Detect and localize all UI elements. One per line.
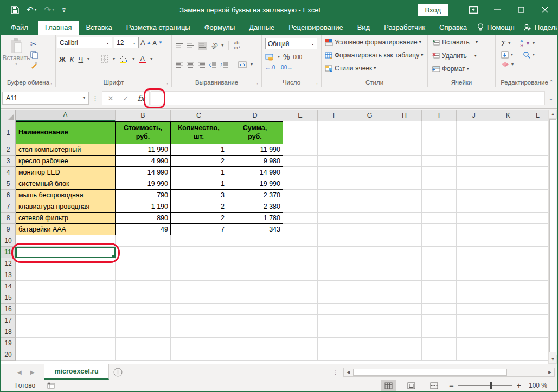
cell-G5[interactable]	[352, 178, 387, 190]
cell-G17[interactable]	[352, 315, 387, 326]
cell-B14[interactable]	[116, 281, 171, 292]
cell-K20[interactable]	[491, 349, 525, 361]
save-icon[interactable]	[11, 6, 19, 14]
font-size-combo[interactable]: 12⌄	[114, 37, 139, 48]
cell-C9[interactable]: 7	[171, 224, 227, 235]
cell-D13[interactable]	[227, 269, 283, 281]
collapse-ribbon-icon[interactable]: ⌃	[549, 79, 554, 85]
cell-H9[interactable]	[387, 224, 422, 235]
increase-font-icon[interactable]: A▲	[140, 38, 151, 47]
column-header-F[interactable]: F	[318, 110, 352, 121]
tab-page-layout[interactable]: Разметка страницы	[119, 21, 197, 35]
cell-F7[interactable]	[318, 201, 352, 213]
ribbon-display-options-icon[interactable]	[461, 0, 485, 20]
cell-L6[interactable]	[525, 190, 550, 201]
decrease-font-icon[interactable]: A▼	[153, 40, 163, 46]
cell-E6[interactable]	[283, 190, 318, 201]
fill-down-icon[interactable]	[501, 51, 509, 59]
cell-F20[interactable]	[318, 349, 352, 361]
cell-J9[interactable]	[457, 224, 491, 235]
cell-K6[interactable]	[491, 190, 525, 201]
cell-C4[interactable]: 1	[171, 167, 227, 178]
column-header-B[interactable]: B	[116, 110, 171, 121]
row-header-20[interactable]: 20	[1, 349, 16, 361]
cell-J1[interactable]	[457, 121, 491, 144]
cell-G18[interactable]	[352, 326, 387, 338]
share-button[interactable]: Поделиться	[520, 22, 558, 33]
cell-B18[interactable]	[116, 326, 171, 338]
minimize-button[interactable]	[485, 0, 509, 20]
cell-J12[interactable]	[457, 258, 491, 269]
cell-K12[interactable]	[491, 258, 525, 269]
cell-F2[interactable]	[318, 144, 352, 156]
underline-dropdown[interactable]: ▾	[87, 57, 89, 61]
page-break-view-icon[interactable]	[426, 380, 441, 391]
cell-C13[interactable]	[171, 269, 227, 281]
number-format-combo[interactable]: Общий⌄	[265, 38, 317, 49]
cell-G8[interactable]	[352, 213, 387, 224]
cell-A6[interactable]: мышь беспроводная	[16, 190, 116, 201]
cell-I12[interactable]	[422, 258, 457, 269]
cell-I3[interactable]	[422, 156, 457, 167]
cell-G1[interactable]	[352, 121, 387, 144]
fill-color-icon[interactable]	[119, 55, 128, 63]
cell-I18[interactable]	[422, 326, 457, 338]
cell-E1[interactable]	[283, 121, 318, 144]
comma-style-button[interactable]: 000	[293, 54, 302, 60]
cell-D18[interactable]	[227, 326, 283, 338]
cell-C19[interactable]	[171, 338, 227, 349]
font-color-icon[interactable]: А	[139, 55, 146, 63]
cell-A15[interactable]	[16, 292, 116, 304]
cell-B15[interactable]	[116, 292, 171, 304]
cell-I15[interactable]	[422, 292, 457, 304]
cell-C20[interactable]	[171, 349, 227, 361]
row-header-11[interactable]: 11	[1, 247, 16, 258]
cell-A13[interactable]	[16, 269, 116, 281]
row-header-10[interactable]: 10	[1, 235, 16, 247]
cell-J5[interactable]	[457, 178, 491, 190]
cell-L9[interactable]	[525, 224, 550, 235]
align-top-icon[interactable]	[176, 43, 183, 49]
cell-L12[interactable]	[525, 258, 550, 269]
cell-A16[interactable]	[16, 304, 116, 315]
cell-K7[interactable]	[491, 201, 525, 213]
maximize-button[interactable]	[509, 0, 533, 20]
row-header-7[interactable]: 7	[1, 201, 16, 213]
cell-D12[interactable]	[227, 258, 283, 269]
cell-C10[interactable]	[171, 235, 227, 247]
tab-file[interactable]: Файл	[1, 21, 38, 35]
cell-I5[interactable]	[422, 178, 457, 190]
cell-D10[interactable]	[227, 235, 283, 247]
cell-A19[interactable]	[16, 338, 116, 349]
decrease-indent-icon[interactable]	[209, 62, 216, 68]
column-header-J[interactable]: J	[457, 110, 491, 121]
cell-G3[interactable]	[352, 156, 387, 167]
cell-I8[interactable]	[422, 213, 457, 224]
cell-F14[interactable]	[318, 281, 352, 292]
tab-home[interactable]: Главная	[38, 21, 79, 35]
undo-button[interactable]: ↶▾	[27, 5, 37, 15]
row-header-4[interactable]: 4	[1, 167, 16, 178]
insert-cells-button[interactable]: Вставить▾	[432, 38, 478, 46]
column-header-K[interactable]: K	[491, 110, 525, 121]
cell-J20[interactable]	[457, 349, 491, 361]
cell-F18[interactable]	[318, 326, 352, 338]
cell-L3[interactable]	[525, 156, 550, 167]
cell-I20[interactable]	[422, 349, 457, 361]
cell-F5[interactable]	[318, 178, 352, 190]
align-bottom-icon[interactable]	[198, 42, 207, 50]
cell-L7[interactable]	[525, 201, 550, 213]
cell-K18[interactable]	[491, 326, 525, 338]
redo-button[interactable]: ↷▾	[44, 5, 55, 15]
cell-B6[interactable]: 790	[116, 190, 171, 201]
cell-C7[interactable]: 2	[171, 201, 227, 213]
cell-L4[interactable]	[525, 167, 550, 178]
conditional-formatting-button[interactable]: Условное форматирование▾	[325, 38, 421, 46]
cell-B3[interactable]: 4 990	[116, 156, 171, 167]
cell-J16[interactable]	[457, 304, 491, 315]
delete-cells-button[interactable]: Удалить▾	[432, 52, 477, 60]
normal-view-icon[interactable]	[381, 380, 396, 391]
horizontal-scroll-thumb[interactable]	[353, 369, 507, 376]
cell-H17[interactable]	[387, 315, 422, 326]
cell-C8[interactable]: 2	[171, 213, 227, 224]
